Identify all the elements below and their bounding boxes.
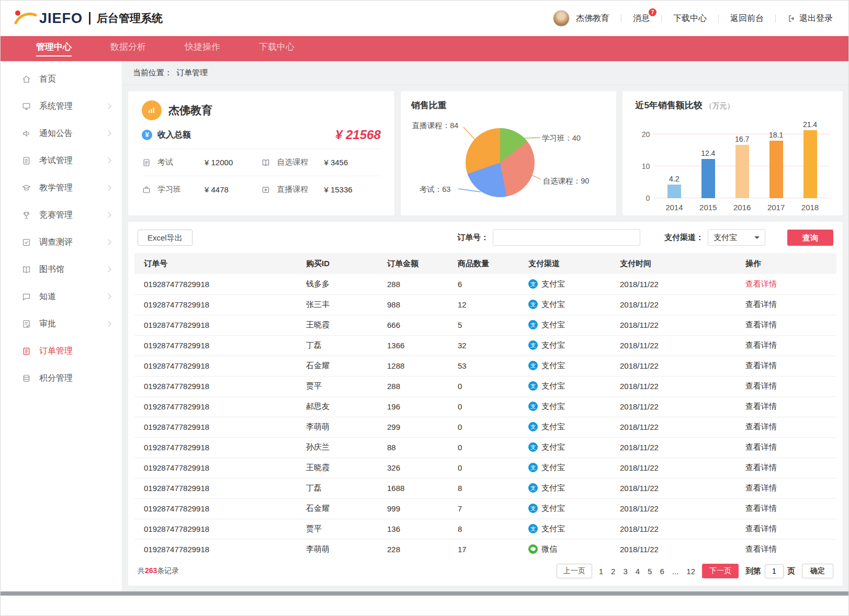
sidebar-item-exams[interactable]: 考试管理	[1, 147, 122, 174]
payment-channel-icon	[528, 340, 538, 350]
cell-amount: 1366	[383, 335, 454, 356]
records-count: 263	[145, 566, 157, 575]
page-number[interactable]: 5	[648, 567, 652, 576]
payment-channel-icon	[528, 442, 538, 452]
sidebar-item-announcements[interactable]: 通知公告	[1, 120, 122, 147]
view-details-link[interactable]: 查看详情	[745, 279, 777, 288]
cell-quantity: 32	[454, 335, 524, 356]
sidebar-item-system[interactable]: 系统管理	[1, 93, 122, 120]
nav-item-download-center[interactable]: 下载中心	[259, 36, 295, 61]
cell-time: 2018/11/22	[616, 294, 741, 315]
page-number[interactable]: 6	[660, 567, 664, 576]
nav-item-admin-center[interactable]: 管理中心	[36, 36, 72, 61]
page-number[interactable]: 3	[623, 567, 627, 576]
goto-page-input[interactable]	[765, 564, 784, 578]
cell-action: 查看详情	[741, 376, 836, 396]
bar-chart-bars: 4.2 12.4 16.7	[654, 119, 830, 198]
view-details-link[interactable]: 查看详情	[745, 524, 777, 533]
user-name[interactable]: 杰佛教育	[576, 13, 609, 24]
view-details-link[interactable]: 查看详情	[745, 300, 777, 309]
cell-channel: 支付宝	[524, 315, 616, 335]
confirm-button[interactable]: 确定	[802, 564, 833, 578]
download-center-link[interactable]: 下载中心	[673, 13, 707, 24]
pie-label-elective: 自选课程：90	[543, 176, 590, 186]
view-details-link[interactable]: 查看详情	[745, 361, 777, 370]
view-details-link[interactable]: 查看详情	[745, 320, 777, 329]
table-row: 019287477829918 郝思友 196 0 支付宝 2018/11/22…	[134, 396, 836, 417]
cell-order-id: 019287477829918	[134, 417, 302, 437]
cell-order-id: 019287477829918	[134, 498, 302, 519]
excel-export-button[interactable]: Excel导出	[138, 230, 193, 246]
messages-link[interactable]: 消息 7	[633, 13, 650, 24]
payment-channel-icon	[528, 544, 538, 554]
next-page-button[interactable]: 下一页	[702, 564, 739, 578]
page-number[interactable]: 12	[686, 567, 695, 576]
prev-page-button[interactable]: 上一页	[557, 564, 592, 578]
cell-channel: 支付宝	[524, 478, 616, 498]
cell-time: 2018/11/22	[616, 478, 741, 498]
payment-channel-icon	[528, 300, 538, 309]
sidebar-item-home[interactable]: 首页	[1, 65, 122, 93]
table-row: 019287477829918 贾平 136 8 支付宝 2018/11/22 …	[134, 519, 836, 539]
table-row: 019287477829918 孙庆兰 88 0 支付宝 2018/11/22 …	[134, 437, 836, 458]
view-details-link[interactable]: 查看详情	[745, 381, 777, 390]
sidebar-item-approvals[interactable]: 审批	[1, 310, 122, 337]
sidebar-item-library[interactable]: 图书馆	[1, 256, 122, 283]
page-number[interactable]: 1	[599, 567, 603, 576]
view-details-link[interactable]: 查看详情	[745, 442, 777, 451]
cell-quantity: 53	[454, 356, 524, 376]
payment-channel-select[interactable]: 支付宝	[708, 229, 765, 246]
orders-card: Excel导出 订单号： 支付渠道： 支付宝 查询	[128, 221, 843, 586]
page-number[interactable]: ...	[672, 567, 679, 576]
exam-icon	[21, 156, 31, 166]
nav-item-data-analysis[interactable]: 数据分析	[110, 36, 146, 61]
sidebar-item-orders[interactable]: 订单管理	[1, 337, 122, 364]
sidebar-item-teaching[interactable]: 教学管理	[1, 174, 122, 201]
cell-amount: 88	[383, 437, 454, 458]
cell-buyer: 贾平	[302, 519, 383, 539]
cell-action: 查看详情	[741, 458, 836, 478]
sidebar-item-surveys[interactable]: 调查测评	[1, 229, 122, 256]
nav-item-quick-actions[interactable]: 快捷操作	[185, 36, 220, 61]
payment-channel-name: 微信	[541, 544, 557, 553]
chevron-right-icon	[105, 293, 111, 299]
sidebar-item-competitions[interactable]: 竞赛管理	[1, 201, 122, 229]
bar-chart-unit: （万元）	[705, 101, 734, 110]
bar-category-label: 2014	[659, 203, 689, 212]
avatar[interactable]	[553, 10, 570, 27]
bar-value-label: 18.1	[769, 131, 783, 139]
pie-label-live: 直播课程：84	[412, 121, 459, 131]
search-button[interactable]: 查询	[787, 230, 833, 246]
bar-category-label: 2016	[727, 203, 757, 212]
table-row: 019287477829918 王晓霞 326 0 支付宝 2018/11/22…	[134, 458, 836, 478]
payment-channel-label: 支付渠道：	[664, 233, 704, 243]
cell-buyer: 钱多多	[302, 274, 383, 294]
view-details-link[interactable]: 查看详情	[745, 422, 777, 431]
cell-order-id: 019287477829918	[134, 356, 302, 376]
table-row: 019287477829918 石金耀 999 7 支付宝 2018/11/22…	[134, 498, 836, 519]
logo: JIEFO 后台管理系统	[13, 8, 163, 28]
bar-category-label: 2015	[693, 203, 723, 212]
order-number-input[interactable]	[493, 229, 640, 246]
logout-link[interactable]: 退出登录	[787, 13, 833, 24]
sidebar-item-points[interactable]: 积分管理	[1, 364, 122, 392]
payment-channel-icon	[528, 320, 538, 329]
cell-time: 2018/11/22	[616, 417, 741, 437]
cell-order-id: 019287477829918	[134, 458, 302, 478]
view-details-link[interactable]: 查看详情	[745, 340, 777, 349]
back-to-front-link[interactable]: 返回前台	[730, 13, 764, 24]
view-details-link[interactable]: 查看详情	[745, 483, 777, 492]
view-details-link[interactable]: 查看详情	[745, 402, 777, 410]
view-details-link[interactable]: 查看详情	[745, 504, 777, 512]
table-row: 019287477829918 贾平 288 0 支付宝 2018/11/22 …	[134, 376, 836, 396]
cell-order-id: 019287477829918	[134, 519, 302, 539]
income-summary-card: 杰佛教育 收入总额 ¥ 21568 考试 ¥ 12000	[128, 90, 395, 216]
page-number[interactable]: 2	[611, 567, 615, 576]
chevron-right-icon	[105, 103, 111, 109]
view-details-link[interactable]: 查看详情	[745, 463, 777, 472]
view-details-link[interactable]: 查看详情	[745, 544, 777, 553]
page-number[interactable]: 4	[636, 567, 640, 576]
cell-channel: 支付宝	[524, 417, 616, 437]
sidebar-item-knowledge[interactable]: 知道	[1, 283, 122, 310]
goto-prefix: 到第	[745, 566, 761, 576]
